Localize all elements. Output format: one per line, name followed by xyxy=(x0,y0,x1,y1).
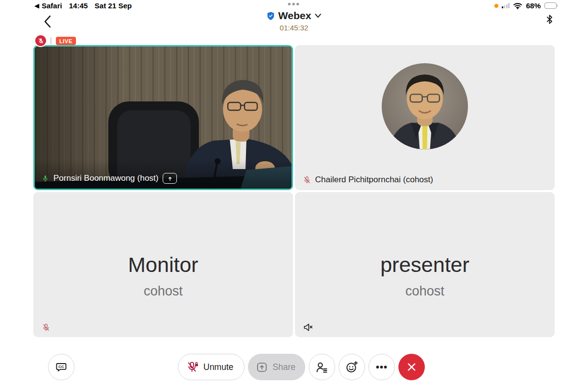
cellular-signal-icon xyxy=(502,3,510,8)
participant-role-monitor: cohost xyxy=(33,284,293,299)
meeting-title-block: Webex 01:45:32 xyxy=(0,10,588,32)
battery-icon xyxy=(544,2,558,9)
wifi-icon xyxy=(513,2,522,9)
mic-muted-icon xyxy=(303,175,311,185)
share-button[interactable]: Share xyxy=(248,354,305,380)
participant-name-monitor: Monitor xyxy=(33,253,293,277)
closed-captions-button[interactable]: CC xyxy=(48,354,74,380)
status-right: 68% xyxy=(494,1,558,10)
badge-divider xyxy=(50,37,51,45)
participant-name-host: Pornsiri Boonmawong (host) xyxy=(53,173,158,183)
reactions-smiley-icon xyxy=(345,360,359,374)
svg-text:CC: CC xyxy=(58,365,64,369)
end-call-button[interactable] xyxy=(398,354,425,380)
unmute-label: Unmute xyxy=(203,362,233,372)
chevron-down-icon xyxy=(315,13,321,18)
screen-share-indicator[interactable] xyxy=(163,173,177,184)
video-tile-host[interactable]: Pornsiri Boonmawong (host) xyxy=(33,45,293,190)
participant-name-cohost: Chailerd Pichitpornchai (cohost) xyxy=(315,175,433,185)
share-label: Share xyxy=(272,362,295,372)
video-tile-cohost[interactable]: Chailerd Pichitpornchai (cohost) xyxy=(295,45,555,190)
muted-indicator-badge xyxy=(35,35,46,46)
app-title: Webex xyxy=(278,10,311,22)
host-label-bar: Pornsiri Boonmawong (host) xyxy=(35,160,292,189)
participants-button[interactable] xyxy=(309,354,335,380)
mic-muted-icon xyxy=(42,322,50,333)
participant-name-presenter: presenter xyxy=(295,253,555,277)
meeting-title-dropdown[interactable]: Webex xyxy=(267,10,321,22)
live-badge: LIVE xyxy=(56,37,76,45)
cohost-label-bar: Chailerd Pichitpornchai (cohost) xyxy=(303,175,433,185)
unmute-button[interactable]: Unmute xyxy=(178,354,245,380)
bluetooth-icon xyxy=(546,14,553,26)
verified-shield-icon xyxy=(267,11,275,21)
arrow-up-icon xyxy=(167,175,173,182)
more-dots-icon: ••• xyxy=(376,365,388,369)
close-x-icon xyxy=(406,362,417,372)
meeting-timer: 01:45:32 xyxy=(0,24,588,32)
stage-badges: LIVE xyxy=(35,35,76,46)
video-tile-presenter[interactable]: presenter cohost xyxy=(295,192,555,337)
share-screen-icon xyxy=(256,361,268,373)
cc-icon: CC xyxy=(55,361,68,373)
cohost-avatar xyxy=(382,63,468,149)
primary-controls: Unmute Share xyxy=(178,354,425,380)
reactions-button[interactable] xyxy=(339,354,365,380)
battery-percent: 68% xyxy=(526,1,540,10)
video-tile-monitor[interactable]: Monitor cohost xyxy=(33,192,293,337)
participant-role-presenter: cohost xyxy=(295,284,555,299)
video-grid: Pornsiri Boonmawong (host) xyxy=(33,45,555,337)
mic-on-icon xyxy=(42,173,49,184)
mic-in-use-indicator xyxy=(494,4,498,8)
meeting-control-bar: CC Unmute Share xyxy=(0,354,588,381)
more-options-button[interactable]: ••• xyxy=(368,354,395,380)
mic-muted-lock-icon xyxy=(187,361,199,373)
speaker-muted-icon xyxy=(302,322,314,333)
participants-icon xyxy=(315,361,328,374)
